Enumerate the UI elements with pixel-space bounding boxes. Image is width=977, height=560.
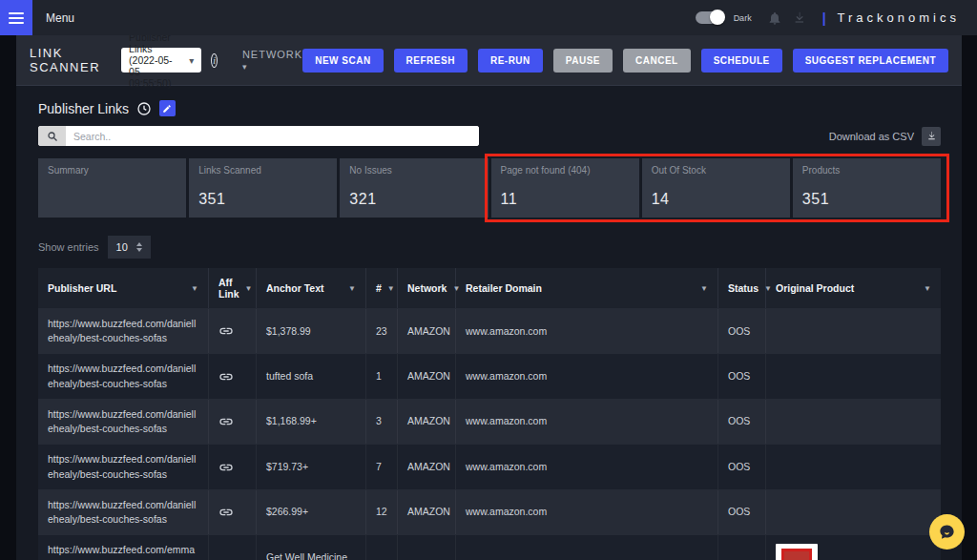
table-row: https://www.buzzfeed.com/daniellehealy/b… <box>38 444 941 488</box>
network-dropdown[interactable]: NETWORK ▾ <box>242 49 302 72</box>
card-page-not-found[interactable]: Page not found (404) 11 <box>491 158 639 218</box>
cell-publisher-url[interactable]: https://www.buzzfeed.com/daniellehealy/b… <box>38 490 209 534</box>
info-icon[interactable]: i <box>211 53 218 68</box>
card-products[interactable]: Products 351 <box>793 158 941 218</box>
toolbar-buttons: NEW SCAN REFRESH RE-RUN PAUSE CANCEL SCH… <box>302 49 948 73</box>
download-icon[interactable] <box>792 10 807 26</box>
card-label: Out Of Stock <box>652 165 780 176</box>
download-csv-button[interactable] <box>922 127 941 146</box>
table-row: https://www.buzzfeed.com/daniellehealy/b… <box>38 489 941 534</box>
card-no-issues[interactable]: No Issues 321 <box>340 158 488 218</box>
chat-smiley-icon <box>938 523 956 541</box>
table-row: https://www.buzzfeed.com/emmamcanaw/best… <box>38 534 941 560</box>
cell-count: 2 <box>366 535 398 560</box>
cell-aff-link[interactable] <box>209 309 257 353</box>
chevron-down-icon: ▾ <box>242 62 248 72</box>
cell-publisher-url[interactable]: https://www.buzzfeed.com/emmamcanaw/best… <box>38 535 209 560</box>
link-icon <box>218 505 234 520</box>
card-summary[interactable]: Summary <box>38 158 186 218</box>
cell-count: 12 <box>366 490 398 534</box>
cell-original-product <box>766 400 941 444</box>
scan-select-dropdown[interactable]: Publisher Links (2022-05-05 09:55:50) ▾ <box>121 48 201 73</box>
cell-network: AMAZON <box>398 445 456 488</box>
dark-mode-toggle[interactable] <box>696 11 724 24</box>
card-out-of-stock[interactable]: Out Of Stock 14 <box>642 158 790 218</box>
card-links-scanned[interactable]: Links Scanned 351 <box>189 158 337 218</box>
cell-aff-link[interactable] <box>209 490 257 534</box>
link-icon <box>218 414 234 429</box>
page-body: LINK SCANNER Publisher Links (2022-05-05… <box>16 35 962 560</box>
refresh-button[interactable]: REFRESH <box>394 49 468 73</box>
cell-aff-link[interactable] <box>209 354 257 398</box>
link-icon <box>218 369 234 384</box>
page-title: LINK SCANNER <box>30 46 100 74</box>
csv-download-icon <box>926 131 937 141</box>
cell-aff-link[interactable] <box>209 445 257 488</box>
cell-anchor-text: $719.73+ <box>257 445 366 488</box>
re-run-button[interactable]: RE-RUN <box>478 49 543 73</box>
scan-select-value: Publisher Links (2022-05-05 09:55:50) <box>129 31 181 89</box>
card-label: No Issues <box>349 165 478 176</box>
cell-original-product <box>766 445 941 488</box>
history-clock-icon[interactable] <box>136 101 152 116</box>
cell-anchor-text: tufted sofa <box>257 354 366 398</box>
table-row: https://www.buzzfeed.com/daniellehealy/b… <box>38 308 941 353</box>
cell-retailer-domain: www.amazon.com <box>456 445 718 488</box>
cell-aff-link[interactable] <box>209 400 257 444</box>
sort-caret-icon: ▼ <box>387 284 395 293</box>
cell-retailer-domain: www.amazon.com <box>456 309 718 353</box>
chevron-down-icon: ▾ <box>189 55 194 66</box>
schedule-button[interactable]: SCHEDULE <box>701 49 782 73</box>
cell-anchor-text: $1,378.99 <box>257 309 366 353</box>
cell-status: OOS <box>718 490 766 534</box>
cell-anchor-text: $266.99+ <box>257 490 366 534</box>
column-header-network[interactable]: Network▼ <box>398 268 456 308</box>
table-row: https://www.buzzfeed.com/daniellehealy/b… <box>38 399 941 444</box>
cell-aff-link[interactable] <box>209 535 257 560</box>
card-label: Products <box>802 165 931 176</box>
hamburger-menu-button[interactable] <box>0 0 32 35</box>
edit-button[interactable] <box>159 100 176 116</box>
network-dropdown-label: NETWORK <box>242 49 302 60</box>
cell-network: AMAZON <box>398 354 456 398</box>
cell-retailer-domain: www.amazon.com <box>456 400 718 444</box>
cell-retailer-domain: www.amazon.com <box>456 490 718 534</box>
table-row: https://www.buzzfeed.com/daniellehealy/b… <box>38 353 941 398</box>
cancel-button[interactable]: CANCEL <box>623 49 691 73</box>
new-scan-button[interactable]: NEW SCAN <box>302 49 383 73</box>
cell-retailer-domain: www.gifttree.com <box>456 535 718 560</box>
column-header-original-product[interactable]: Original Product▼ <box>766 268 941 308</box>
cell-publisher-url[interactable]: https://www.buzzfeed.com/daniellehealy/b… <box>38 445 209 488</box>
link-icon <box>218 460 234 475</box>
cell-original-product <box>766 490 941 534</box>
cell-status: OOS <box>718 400 766 444</box>
search-icon-button[interactable] <box>38 126 66 146</box>
cell-publisher-url[interactable]: https://www.buzzfeed.com/daniellehealy/b… <box>38 354 209 398</box>
cell-publisher-url[interactable]: https://www.buzzfeed.com/daniellehealy/b… <box>38 400 209 444</box>
product-image[interactable] <box>776 544 818 560</box>
pause-button[interactable]: PAUSE <box>553 49 613 73</box>
entries-per-page-select[interactable]: 10 <box>108 236 151 259</box>
suggest-replacement-button[interactable]: SUGGEST REPLACEMENT <box>793 49 948 73</box>
column-header-retailer-domain[interactable]: Retailer Domain▼ <box>456 268 718 308</box>
cell-network: AMAZON <box>398 490 456 534</box>
chat-widget-button[interactable] <box>929 514 965 550</box>
link-scanner-toolbar: LINK SCANNER Publisher Links (2022-05-05… <box>16 35 962 86</box>
card-value: 11 <box>501 191 630 208</box>
search-icon <box>47 131 58 142</box>
brand-separator: | <box>822 10 826 26</box>
cell-publisher-url[interactable]: https://www.buzzfeed.com/daniellehealy/b… <box>38 309 209 353</box>
search-input[interactable] <box>66 126 479 146</box>
column-header-aff-link[interactable]: Aff Link▼ <box>209 268 257 308</box>
cell-status: OOS <box>718 309 766 353</box>
cell-anchor-text: $1,168.99+ <box>257 400 366 444</box>
bell-icon[interactable] <box>767 10 782 26</box>
column-header-anchor-text[interactable]: Anchor Text▼ <box>257 268 366 308</box>
column-header-count[interactable]: #▼ <box>366 268 398 308</box>
cell-count: 7 <box>366 445 398 488</box>
cell-original-product <box>766 309 941 353</box>
pencil-icon <box>162 104 172 114</box>
column-header-publisher-url[interactable]: Publisher URL▼ <box>38 268 209 308</box>
menu-label[interactable]: Menu <box>46 11 74 25</box>
column-header-status[interactable]: Status▼ <box>718 268 766 308</box>
